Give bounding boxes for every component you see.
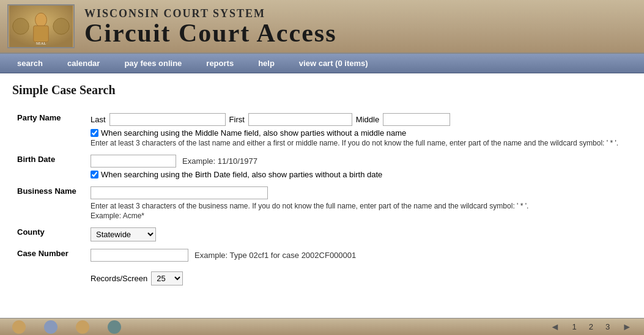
business-name-input[interactable] [91, 186, 268, 199]
logo: SEAL [7, 4, 75, 48]
birth-date-fields: Example: 11/10/1977 When searching using… [86, 151, 632, 183]
case-number-label: Case Number [12, 245, 86, 268]
business-name-example: Example: Acme* [91, 212, 627, 220]
birth-date-row: Birth Date Example: 11/10/1977 When sear… [12, 151, 632, 183]
search-form: Party Name Last First Middle When search… [12, 109, 632, 292]
birth-date-checkbox-label[interactable]: When searching using the Birth Date fiel… [101, 170, 382, 179]
birth-date-example: Example: 11/10/1977 [182, 156, 257, 166]
svg-text:SEAL: SEAL [36, 41, 46, 45]
records-screen-empty-label [12, 268, 86, 292]
header: SEAL Wisconsin Court System Circuit Cour… [0, 0, 644, 54]
case-number-field: Example: Type 02cf1 for case 2002CF00000… [86, 245, 632, 268]
birth-date-checkbox[interactable] [91, 171, 98, 179]
party-name-row: Party Name Last First Middle When search… [12, 109, 632, 151]
county-label: County [12, 224, 86, 245]
nav-search[interactable]: search [5, 56, 55, 70]
case-number-example: Example: Type 02cf1 for case 2002CF00000… [194, 251, 356, 260]
main-content: Simple Case Search Party Name Last First… [0, 73, 644, 301]
records-screen-label: Records/Screen [91, 274, 147, 283]
header-main-title: Circuit Court Access [84, 20, 336, 46]
nav-help[interactable]: help [246, 56, 287, 70]
page-title: Simple Case Search [12, 83, 632, 97]
middle-name-checkbox-label[interactable]: When searching using the Middle Name fie… [101, 128, 406, 138]
first-label: First [229, 115, 245, 124]
party-name-label: Party Name [12, 109, 86, 151]
birth-date-label: Birth Date [12, 151, 86, 183]
middle-name-checkbox[interactable] [91, 129, 98, 137]
svg-point-4 [13, 18, 29, 34]
business-name-input-row [91, 186, 627, 199]
last-name-input[interactable] [109, 113, 226, 126]
last-label: Last [91, 115, 106, 124]
nav-reports[interactable]: reports [194, 56, 246, 70]
records-screen-input-row: Records/Screen 25 50 100 [91, 271, 627, 285]
business-name-fields: Enter at least 3 characters of the busin… [86, 183, 632, 224]
header-subtitle: Wisconsin Court System [84, 7, 336, 20]
records-screen-field: Records/Screen 25 50 100 [86, 268, 632, 292]
nav-pay-fees[interactable]: pay fees online [112, 56, 194, 70]
navigation: search calendar pay fees online reports … [0, 54, 644, 73]
middle-name-input[interactable] [383, 113, 450, 126]
first-name-input[interactable] [248, 113, 352, 126]
party-name-fields: Last First Middle When searching using t… [86, 109, 632, 151]
svg-rect-3 [34, 26, 49, 42]
birth-date-input-row: Example: 11/10/1977 [91, 155, 627, 167]
party-name-input-row: Last First Middle [91, 113, 627, 126]
middle-label: Middle [356, 115, 379, 124]
nav-view-cart[interactable]: view cart (0 items) [287, 56, 380, 70]
birth-date-input[interactable] [91, 155, 176, 167]
business-name-row: Business Name Enter at least 3 character… [12, 183, 632, 224]
svg-point-2 [35, 13, 47, 27]
svg-point-5 [53, 18, 69, 34]
business-name-label: Business Name [12, 183, 86, 224]
birth-date-checkbox-row: When searching using the Birth Date fiel… [91, 170, 627, 179]
nav-calendar[interactable]: calendar [55, 56, 112, 70]
case-number-input[interactable] [91, 249, 188, 262]
middle-name-checkbox-row: When searching using the Middle Name fie… [91, 128, 627, 138]
party-name-hint: Enter at least 3 characters of the last … [91, 139, 627, 147]
records-screen-row: Records/Screen 25 50 100 [12, 268, 632, 292]
records-screen-select[interactable]: 25 50 100 [151, 271, 183, 285]
county-select[interactable]: Statewide Adams Ashland Barron Bayfield … [91, 227, 156, 241]
county-row: County Statewide Adams Ashland Barron Ba… [12, 224, 632, 245]
header-title: Wisconsin Court System Circuit Court Acc… [84, 7, 336, 46]
county-field: Statewide Adams Ashland Barron Bayfield … [86, 224, 632, 245]
case-number-input-row: Example: Type 02cf1 for case 2002CF00000… [91, 249, 627, 262]
business-name-hint: Enter at least 3 characters of the busin… [91, 202, 627, 210]
case-number-row: Case Number Example: Type 02cf1 for case… [12, 245, 632, 268]
